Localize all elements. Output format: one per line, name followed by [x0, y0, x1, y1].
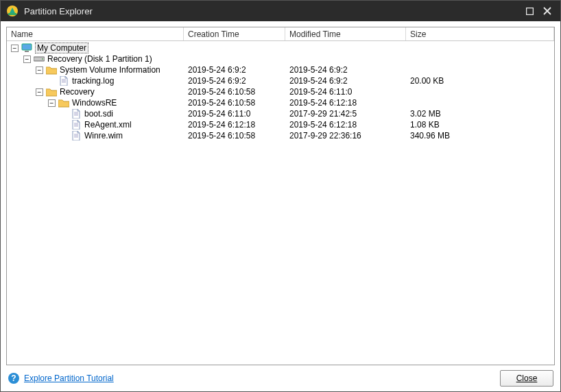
tree-label: ReAgent.xml: [84, 120, 132, 130]
cell-ctime: 2019-5-24 6:10:58: [184, 98, 285, 108]
cell-size: 20.00 KB: [406, 76, 554, 86]
close-window-button[interactable]: [538, 3, 556, 19]
computer-icon: [21, 43, 32, 53]
window-title: Partition Explorer: [24, 6, 521, 16]
tree-label: Recovery (Disk 1 Partition 1): [47, 54, 152, 64]
tree-label: WindowsRE: [72, 98, 117, 108]
drive-icon: [34, 54, 45, 64]
tree-row-winre-wim[interactable]: Winre.wim 2019-5-24 6:10:58 2017-9-29 22…: [7, 130, 554, 141]
tree-row-disk[interactable]: − Recovery (Disk 1 Partition 1): [7, 53, 554, 64]
expander-icon[interactable]: −: [36, 66, 43, 74]
help-icon: ?: [8, 372, 20, 384]
cell-mtime: 2017-9-29 21:42:5: [285, 109, 406, 119]
leaf-spacer: [60, 121, 68, 129]
cell-size: 340.96 MB: [406, 131, 554, 140]
column-size[interactable]: Size: [406, 27, 554, 40]
tree-row-reagent-xml[interactable]: ReAgent.xml 2019-5-24 6:12:18 2019-5-24 …: [7, 119, 554, 130]
tree-row-my-computer[interactable]: − My Computer: [7, 42, 554, 53]
cell-ctime: 2019-5-24 6:12:18: [184, 120, 285, 130]
close-button[interactable]: Close: [500, 370, 553, 387]
svg-rect-1: [8, 13, 16, 15]
tree-row-sysvol[interactable]: − System Volume Information 2019-5-24 6:…: [7, 64, 554, 75]
tree-label: My Computer: [35, 42, 88, 53]
leaf-spacer: [48, 77, 56, 85]
column-modified-time[interactable]: Modified Time: [285, 27, 406, 40]
tree-label: System Volume Information: [60, 65, 160, 75]
tree-body: − My Computer − Recovery (Disk 1 Partiti: [7, 41, 554, 143]
folder-icon: [46, 65, 57, 75]
content-area: Name Creation Time Modified Time Size − …: [1, 21, 560, 365]
tree-label: Winre.wim: [84, 131, 123, 140]
tree-row-boot-sdi[interactable]: boot.sdi 2019-5-24 6:11:0 2017-9-29 21:4…: [7, 108, 554, 119]
expander-icon[interactable]: −: [11, 45, 19, 52]
file-icon: [71, 131, 82, 140]
column-creation-time[interactable]: Creation Time: [184, 27, 285, 40]
expander-icon[interactable]: −: [36, 88, 43, 96]
app-icon: [6, 5, 19, 17]
folder-icon: [46, 87, 57, 97]
cell-size: 3.02 MB: [406, 109, 554, 119]
tree-label: boot.sdi: [84, 109, 113, 119]
svg-text:?: ?: [11, 373, 16, 383]
file-icon: [71, 109, 82, 119]
column-name[interactable]: Name: [7, 27, 184, 40]
cell-ctime: 2019-5-24 6:9:2: [184, 65, 285, 75]
cell-ctime: 2019-5-24 6:9:2: [184, 76, 285, 86]
cell-size: 1.08 KB: [406, 120, 554, 130]
tree-label: tracking.log: [72, 76, 114, 86]
cell-mtime: 2019-5-24 6:12:18: [285, 98, 406, 108]
tutorial-link[interactable]: Explore Partition Tutorial: [24, 373, 114, 383]
cell-mtime: 2019-5-24 6:11:0: [285, 87, 406, 97]
file-icon: [58, 76, 69, 86]
svg-rect-2: [526, 8, 533, 14]
svg-point-6: [42, 58, 43, 60]
cell-mtime: 2017-9-29 22:36:16: [285, 131, 406, 140]
tree-row-tracking-log[interactable]: tracking.log 2019-5-24 6:9:2 2019-5-24 6…: [7, 75, 554, 86]
column-header-row: Name Creation Time Modified Time Size: [7, 27, 554, 41]
tree-row-recovery[interactable]: − Recovery 2019-5-24 6:10:58 2019-5-24 6…: [7, 86, 554, 97]
cell-ctime: 2019-5-24 6:10:58: [184, 87, 285, 97]
cell-mtime: 2019-5-24 6:12:18: [285, 120, 406, 130]
titlebar: Partition Explorer: [1, 1, 560, 21]
tree-label: Recovery: [60, 87, 95, 97]
expander-icon[interactable]: −: [48, 99, 56, 107]
leaf-spacer: [60, 132, 68, 140]
cell-ctime: 2019-5-24 6:10:58: [184, 131, 285, 140]
folder-icon: [58, 98, 69, 108]
tree-row-windowsre[interactable]: − WindowsRE 2019-5-24 6:10:58 2019-5-24 …: [7, 97, 554, 108]
footer: ? Explore Partition Tutorial Close: [1, 365, 560, 391]
tree-panel[interactable]: Name Creation Time Modified Time Size − …: [6, 27, 555, 365]
svg-rect-4: [25, 51, 29, 52]
cell-ctime: 2019-5-24 6:11:0: [184, 109, 285, 119]
maximize-button[interactable]: [521, 3, 538, 19]
cell-mtime: 2019-5-24 6:9:2: [285, 76, 406, 86]
cell-mtime: 2019-5-24 6:9:2: [285, 65, 406, 75]
file-icon: [71, 120, 82, 130]
leaf-spacer: [60, 110, 68, 118]
expander-icon[interactable]: −: [23, 56, 31, 63]
svg-rect-3: [22, 44, 32, 50]
